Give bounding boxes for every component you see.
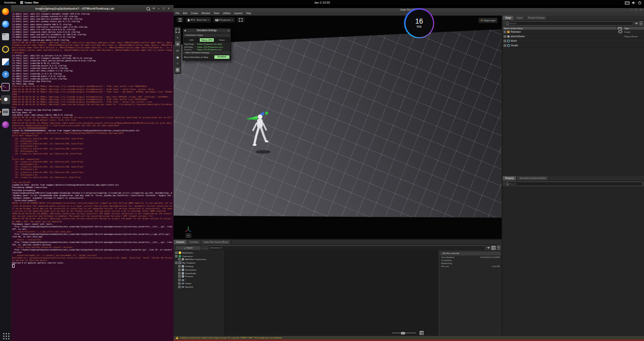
cursor-tool[interactable]: ↖ [175, 35, 180, 40]
expand-icon[interactable]: + [178, 272, 181, 275]
tree-item-add-new-connection-[interactable]: +Add New Connection ... [174, 258, 224, 262]
tree-item-downloads[interactable]: +Downloads [174, 272, 224, 275]
dock-item-files[interactable] [1, 32, 10, 41]
dock-item-app-grid[interactable] [1, 331, 10, 340]
file-area[interactable] [225, 250, 439, 336]
stage-tab-layer[interactable]: Layer [514, 16, 526, 20]
sim-output-tab-usd[interactable]: USD [184, 38, 199, 42]
grid-unit-label[interactable]: m [186, 233, 191, 238]
rotate-tool[interactable]: ⟳ [175, 48, 180, 53]
options-icon[interactable] [639, 22, 642, 25]
stage-row[interactable]: +Visuals [503, 43, 644, 48]
snap-tool[interactable]: ∩ [175, 61, 180, 66]
selection-header[interactable]: No files selected [440, 251, 501, 255]
stage-row[interactable]: +ReplicatorScope [503, 30, 644, 34]
dock-item-firefox[interactable] [1, 7, 10, 16]
minimize-button[interactable]: – [631, 8, 632, 12]
renderer-dropdown[interactable]: RTX - Real-Time ▾ [186, 17, 211, 23]
stage-row[interactable]: +physicsScenePhysicsScene [503, 34, 644, 39]
stage-tab-stage[interactable]: Stage [503, 16, 514, 20]
content-tab-isaac-sim-assets-beta-[interactable]: Isaac Sim Assets [Beta] [201, 240, 231, 244]
expand-icon[interactable]: + [178, 286, 181, 288]
expand-icon[interactable]: + [175, 251, 178, 254]
menu-help[interactable]: Help [246, 12, 251, 16]
tree-item-my-computer[interactable]: +My Computer [174, 261, 224, 265]
terminal-output[interactable]: [4.601s] [ext: omni.kit.viewport.menubar… [11, 12, 174, 341]
system-tray[interactable] [625, 1, 641, 5]
minimize-button[interactable]: – [158, 6, 160, 11]
expand-icon[interactable]: + [178, 265, 181, 268]
menu-edit[interactable]: Edit [183, 12, 187, 16]
property-search-input[interactable]: Search [504, 182, 642, 186]
search-icon[interactable] [146, 7, 150, 11]
expand-icon[interactable]: + [504, 44, 506, 47]
tree-item-desktop[interactable]: +Desktop [174, 265, 224, 268]
viewport-options-button[interactable] [177, 17, 184, 23]
tree-item-omniverse[interactable]: +Omniverse [174, 254, 224, 258]
filter-icon[interactable] [635, 23, 638, 25]
tree-item-bookmarks[interactable]: +Bookmarks [174, 251, 224, 254]
pause-button[interactable] [175, 67, 180, 72]
stage-search-input[interactable]: Search [504, 21, 633, 26]
import-button[interactable]: + Import [175, 245, 201, 250]
dock-item-terminal[interactable] [1, 82, 10, 92]
filter-icon[interactable] [487, 247, 490, 249]
expand-icon[interactable]: + [504, 35, 506, 38]
humanoid-robot[interactable] [244, 111, 277, 156]
simulation-settings-header[interactable]: Simulation Settings × [183, 29, 230, 33]
dock-item-office[interactable] [1, 57, 10, 66]
property-tab-semantics-schema-editor[interactable]: Semantics Schema Editor [517, 176, 549, 181]
close-button[interactable]: × [168, 6, 170, 11]
tree-item--[interactable]: +/ [174, 278, 224, 282]
sim-output-tab-fabric[interactable]: Fabric [215, 38, 229, 42]
expand-icon[interactable]: + [504, 31, 506, 33]
tree-item-pictures[interactable]: +Pictures [174, 275, 224, 279]
back-button[interactable]: ‹ [203, 246, 204, 250]
stage-lights-button[interactable]: ☀ Stage Lights [478, 18, 498, 23]
dock-item-isaac-sim[interactable] [1, 95, 10, 104]
render-resolution-button[interactable] [237, 17, 245, 23]
expand-icon[interactable]: + [175, 255, 178, 258]
tree-item-documents[interactable]: +Documents [174, 268, 224, 272]
stage-row[interactable]: +World [503, 39, 644, 43]
dock-item-camera[interactable] [1, 45, 10, 54]
reset-on-stop-toggle[interactable]: Enabled [214, 55, 229, 59]
expand-icon[interactable]: + [175, 262, 178, 264]
dock-item-app-m[interactable] [1, 120, 10, 129]
menu-icon[interactable]: ≡ [153, 6, 155, 11]
tree-item--home[interactable]: +/home [174, 282, 224, 285]
menu-tools[interactable]: Tools [213, 12, 219, 16]
maximize-button[interactable]: □ [635, 8, 637, 12]
menu-file[interactable]: File [176, 12, 180, 16]
move-tool[interactable]: ✚ [175, 41, 180, 46]
close-icon[interactable]: × [228, 29, 229, 33]
camera-dropdown[interactable]: Perspective ▾ [213, 17, 235, 23]
visibility-cell[interactable] [617, 30, 623, 33]
sim-output-tab-fabric-cpu[interactable]: Fabric CPU [199, 38, 214, 42]
expand-icon[interactable]: + [178, 275, 181, 278]
expand-icon[interactable]: + [178, 269, 181, 271]
menu-layouts[interactable]: Layouts [234, 12, 243, 16]
menu-utilities[interactable]: Utilities [223, 12, 230, 16]
content-tab-console[interactable]: Console [187, 240, 201, 244]
menu-create[interactable]: Create [191, 12, 198, 16]
thumbnail-size-slider[interactable] [392, 332, 416, 333]
grid-view-icon[interactable] [420, 331, 424, 335]
list-view-icon[interactable] [497, 246, 500, 249]
content-tab-content[interactable]: Content [174, 240, 187, 244]
dock-item-browser[interactable] [1, 20, 10, 29]
close-button[interactable]: × [640, 8, 641, 12]
expand-icon[interactable]: + [504, 40, 506, 42]
maximize-button[interactable]: □ [163, 6, 165, 11]
grid-view-icon[interactable] [492, 246, 496, 250]
path-input[interactable]: omniverse:// [208, 245, 486, 250]
forward-button[interactable]: › [205, 246, 206, 250]
expand-icon[interactable]: + [178, 282, 181, 285]
slider-handle[interactable] [401, 332, 405, 334]
expand-icon[interactable]: + [178, 258, 181, 261]
expand-icon[interactable]: + [178, 279, 181, 281]
clock[interactable]: Jan 2 13:33 [0, 0, 644, 5]
terminal-titlebar[interactable]: longhongfeng@sg2jx3ybdymlrx7: ~/GTM/soft… [11, 5, 174, 13]
stage-tab-render-settings[interactable]: Render Settings [526, 16, 548, 20]
select-box-tool[interactable] [175, 28, 180, 33]
